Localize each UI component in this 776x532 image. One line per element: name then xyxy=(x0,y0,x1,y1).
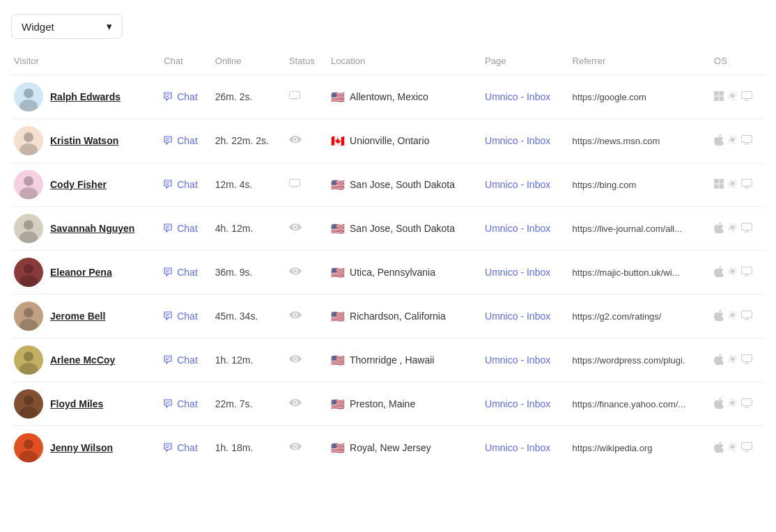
svg-rect-29 xyxy=(742,223,752,230)
col-referrer: Referrer xyxy=(567,56,708,75)
avatar xyxy=(14,258,43,287)
page-cell: Umnico - Inbox xyxy=(479,75,567,119)
page-cell: Umnico - Inbox xyxy=(479,338,567,382)
settings-icon xyxy=(727,310,738,322)
col-online: Online xyxy=(210,56,284,75)
svg-rect-54 xyxy=(742,442,752,449)
visitor-name[interactable]: Ralph Edwards xyxy=(50,91,121,102)
page-link[interactable]: Umnico - Inbox xyxy=(485,267,550,278)
col-page: Page xyxy=(479,56,567,75)
location-text: Royal, New Jersey xyxy=(350,442,431,453)
visitor-name[interactable]: Arlene McCoy xyxy=(50,354,115,366)
status-icon xyxy=(289,442,320,453)
chat-button[interactable]: Chat xyxy=(164,398,204,409)
monitor-icon xyxy=(741,179,752,191)
page-cell: Umnico - Inbox xyxy=(479,426,567,470)
monitor-icon xyxy=(741,442,752,454)
svg-rect-21 xyxy=(714,184,719,189)
page-link[interactable]: Umnico - Inbox xyxy=(485,91,550,102)
windows-icon xyxy=(714,179,724,191)
svg-rect-14 xyxy=(742,135,752,142)
chat-button[interactable]: Chat xyxy=(164,442,204,453)
page-link[interactable]: Umnico - Inbox xyxy=(485,398,550,409)
chat-cell: Chat xyxy=(158,251,210,295)
visitor-cell: Jerome Bell xyxy=(11,295,158,338)
avatar xyxy=(14,170,43,199)
location-cell: 🇺🇸 Preston, Maine xyxy=(325,382,479,426)
flag-icon: 🇺🇸 xyxy=(331,398,345,411)
visitor-name[interactable]: Kristin Watson xyxy=(50,135,118,146)
table-row: Floyd Miles Chat 22m. 7s. 🇺🇸 Preston, Ma… xyxy=(11,382,765,426)
online-time: 22m. 7s. xyxy=(210,382,284,426)
chat-button[interactable]: Chat xyxy=(164,135,204,146)
os-icons xyxy=(714,222,759,235)
visitors-table: Visitor Chat Online Status Location Page… xyxy=(11,56,765,469)
chat-cell: Chat xyxy=(158,163,210,207)
visitor-cell: Cody Fisher xyxy=(11,163,158,207)
status-cell xyxy=(284,207,325,251)
chat-button[interactable]: Chat xyxy=(164,223,204,234)
chat-button[interactable]: Chat xyxy=(164,354,204,366)
visitor-name[interactable]: Eleanor Pena xyxy=(50,267,112,278)
visitor-name[interactable]: Cody Fisher xyxy=(50,179,107,190)
online-time: 1h. 12m. xyxy=(210,338,284,382)
referrer-cell: https://bing.com xyxy=(567,163,708,207)
chat-label: Chat xyxy=(177,442,198,453)
monitor-icon xyxy=(741,267,752,279)
visitor-name[interactable]: Floyd Miles xyxy=(50,398,103,409)
chat-button[interactable]: Chat xyxy=(164,179,204,190)
location-text: Allentown, Mexico xyxy=(350,91,428,102)
settings-icon xyxy=(727,222,738,235)
settings-icon xyxy=(727,398,738,410)
svg-rect-44 xyxy=(742,354,752,361)
chat-cell: Chat xyxy=(158,426,210,470)
page-link[interactable]: Umnico - Inbox xyxy=(485,135,550,146)
os-cell xyxy=(708,119,765,163)
chat-button[interactable]: Chat xyxy=(164,91,204,102)
page-link[interactable]: Umnico - Inbox xyxy=(485,311,550,322)
status-cell xyxy=(284,295,325,338)
page-cell: Umnico - Inbox xyxy=(479,207,567,251)
table-row: Eleanor Pena Chat 36m. 9s. 🇺🇸 Utica, Pen… xyxy=(11,251,765,295)
chat-button[interactable]: Chat xyxy=(164,311,204,322)
table-row: Kristin Watson Chat 2h. 22m. 2s. 🇨🇦 Unio… xyxy=(11,119,765,163)
visitor-name[interactable]: Jenny Wilson xyxy=(50,442,113,453)
online-time: 4h. 12m. xyxy=(210,207,284,251)
online-time: 12m. 4s. xyxy=(210,163,284,207)
visitor-cell: Jenny Wilson xyxy=(11,426,158,470)
widget-label: Widget xyxy=(22,21,54,33)
monitor-icon xyxy=(741,91,752,103)
referrer-text: https://news.msn.com xyxy=(573,136,660,146)
location-cell: 🇺🇸 Royal, New Jersey xyxy=(325,426,479,470)
monitor-icon xyxy=(741,398,752,410)
chat-button[interactable]: Chat xyxy=(164,267,204,278)
flag-icon: 🇺🇸 xyxy=(331,91,345,104)
flag-icon: 🇺🇸 xyxy=(331,310,345,323)
page-link[interactable]: Umnico - Inbox xyxy=(485,179,550,190)
page-link[interactable]: Umnico - Inbox xyxy=(485,223,550,234)
visitor-name[interactable]: Savannah Nguyen xyxy=(50,223,134,234)
status-cell xyxy=(284,75,325,119)
flag-icon: 🇺🇸 xyxy=(331,266,345,279)
table-row: Ralph Edwards Chat 26m. 2s. 🇺🇸 Allentown… xyxy=(11,75,765,119)
page-link[interactable]: Umnico - Inbox xyxy=(485,442,550,453)
visitor-name[interactable]: Jerome Bell xyxy=(50,311,105,322)
table-row: Savannah Nguyen Chat 4h. 12m. 🇺🇸 San Jos… xyxy=(11,207,765,251)
svg-point-1 xyxy=(24,88,33,98)
status-icon xyxy=(289,223,320,234)
os-cell xyxy=(708,426,765,470)
os-cell xyxy=(708,382,765,426)
chat-cell: Chat xyxy=(158,382,210,426)
status-cell xyxy=(284,119,325,163)
table-row: Arlene McCoy Chat 1h. 12m. 🇺🇸 Thornridge… xyxy=(11,338,765,382)
chat-label: Chat xyxy=(177,311,198,322)
windows-icon xyxy=(714,91,724,103)
apple-icon xyxy=(714,310,724,323)
svg-rect-20 xyxy=(720,179,724,184)
location-cell: 🇺🇸 Thornridge , Hawaii xyxy=(325,338,479,382)
chat-label: Chat xyxy=(177,223,198,234)
referrer-cell: https://news.msn.com xyxy=(567,119,708,163)
widget-dropdown[interactable]: Widget ▾ xyxy=(11,14,123,39)
referrer-text: https://bing.com xyxy=(573,180,637,190)
page-link[interactable]: Umnico - Inbox xyxy=(485,354,550,366)
